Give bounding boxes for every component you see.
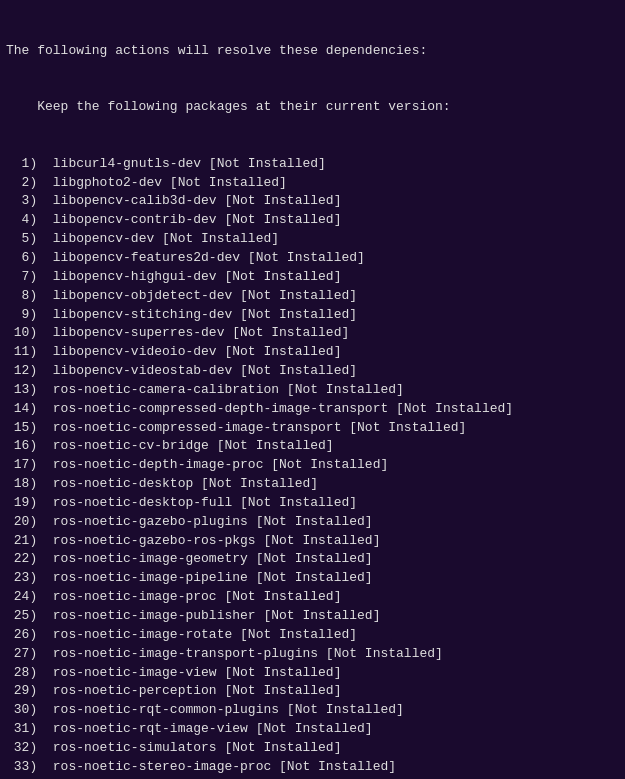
list-item: 24) ros-noetic-image-proc [Not Installed… (6, 588, 619, 607)
list-item: 9) libopencv-stitching-dev [Not Installe… (6, 306, 619, 325)
list-item: 4) libopencv-contrib-dev [Not Installed] (6, 211, 619, 230)
package-name: libopencv-calib3d-dev [Not Installed] (53, 192, 342, 211)
package-name: ros-noetic-rqt-image-view [Not Installed… (53, 720, 373, 739)
line-number: 2) (6, 174, 53, 193)
list-item: 22) ros-noetic-image-geometry [Not Insta… (6, 550, 619, 569)
package-name: libgphoto2-dev [Not Installed] (53, 174, 287, 193)
package-name: libopencv-videoio-dev [Not Installed] (53, 343, 342, 362)
package-name: ros-noetic-gazebo-ros-pkgs [Not Installe… (53, 532, 381, 551)
line-number: 7) (6, 268, 53, 287)
line-number: 1) (6, 155, 53, 174)
line-number: 28) (6, 664, 53, 683)
list-item: 8) libopencv-objdetect-dev [Not Installe… (6, 287, 619, 306)
list-item: 14) ros-noetic-compressed-depth-image-tr… (6, 400, 619, 419)
list-item: 2) libgphoto2-dev [Not Installed] (6, 174, 619, 193)
header-line: The following actions will resolve these… (6, 42, 619, 61)
package-name: libopencv-stitching-dev [Not Installed] (53, 306, 357, 325)
list-item: 26) ros-noetic-image-rotate [Not Install… (6, 626, 619, 645)
list-item: 29) ros-noetic-perception [Not Installed… (6, 682, 619, 701)
line-number: 26) (6, 626, 53, 645)
list-item: 16) ros-noetic-cv-bridge [Not Installed] (6, 437, 619, 456)
list-item: 6) libopencv-features2d-dev [Not Install… (6, 249, 619, 268)
line-number: 3) (6, 192, 53, 211)
line-number: 17) (6, 456, 53, 475)
line-number: 29) (6, 682, 53, 701)
line-number: 10) (6, 324, 53, 343)
keep-line: Keep the following packages at their cur… (6, 98, 619, 117)
package-name: ros-noetic-cv-bridge [Not Installed] (53, 437, 334, 456)
package-name: libopencv-features2d-dev [Not Installed] (53, 249, 365, 268)
list-item: 5) libopencv-dev [Not Installed] (6, 230, 619, 249)
package-name: ros-noetic-gazebo-plugins [Not Installed… (53, 513, 373, 532)
line-number: 14) (6, 400, 53, 419)
package-name: ros-noetic-image-view [Not Installed] (53, 664, 342, 683)
package-name: ros-noetic-image-transport-plugins [Not … (53, 645, 443, 664)
line-number: 11) (6, 343, 53, 362)
line-number: 13) (6, 381, 53, 400)
package-name: ros-noetic-perception [Not Installed] (53, 682, 342, 701)
package-name: libopencv-dev [Not Installed] (53, 230, 279, 249)
package-name: libcurl4-gnutls-dev [Not Installed] (53, 155, 326, 174)
package-name: ros-noetic-image-pipeline [Not Installed… (53, 569, 373, 588)
list-item: 32) ros-noetic-simulators [Not Installed… (6, 739, 619, 758)
line-number: 5) (6, 230, 53, 249)
package-name: libopencv-contrib-dev [Not Installed] (53, 211, 342, 230)
list-item: 27) ros-noetic-image-transport-plugins [… (6, 645, 619, 664)
list-item: 13) ros-noetic-camera-calibration [Not I… (6, 381, 619, 400)
line-number: 6) (6, 249, 53, 268)
line-number: 31) (6, 720, 53, 739)
list-item: 11) libopencv-videoio-dev [Not Installed… (6, 343, 619, 362)
package-name: ros-noetic-compressed-depth-image-transp… (53, 400, 513, 419)
list-item: 17) ros-noetic-depth-image-proc [Not Ins… (6, 456, 619, 475)
line-number: 4) (6, 211, 53, 230)
list-item: 15) ros-noetic-compressed-image-transpor… (6, 419, 619, 438)
list-item: 20) ros-noetic-gazebo-plugins [Not Insta… (6, 513, 619, 532)
line-number: 32) (6, 739, 53, 758)
line-number: 24) (6, 588, 53, 607)
list-item: 33) ros-noetic-stereo-image-proc [Not In… (6, 758, 619, 777)
package-name: ros-noetic-image-geometry [Not Installed… (53, 550, 373, 569)
list-item: 30) ros-noetic-rqt-common-plugins [Not I… (6, 701, 619, 720)
list-item: 12) libopencv-videostab-dev [Not Install… (6, 362, 619, 381)
list-item: 23) ros-noetic-image-pipeline [Not Insta… (6, 569, 619, 588)
package-name: libopencv-highgui-dev [Not Installed] (53, 268, 342, 287)
line-number: 23) (6, 569, 53, 588)
list-item: 18) ros-noetic-desktop [Not Installed] (6, 475, 619, 494)
list-item: 31) ros-noetic-rqt-image-view [Not Insta… (6, 720, 619, 739)
package-name: ros-noetic-camera-calibration [Not Insta… (53, 381, 404, 400)
list-item: 10) libopencv-superres-dev [Not Installe… (6, 324, 619, 343)
list-item: 25) ros-noetic-image-publisher [Not Inst… (6, 607, 619, 626)
packages-list: 1) libcurl4-gnutls-dev [Not Installed] 2… (6, 155, 619, 779)
list-item: 7) libopencv-highgui-dev [Not Installed] (6, 268, 619, 287)
package-name: ros-noetic-stereo-image-proc [Not Instal… (53, 758, 396, 777)
line-number: 18) (6, 475, 53, 494)
package-name: ros-noetic-rqt-common-plugins [Not Insta… (53, 701, 404, 720)
package-name: ros-noetic-image-rotate [Not Installed] (53, 626, 357, 645)
line-number: 19) (6, 494, 53, 513)
package-name: ros-noetic-compressed-image-transport [N… (53, 419, 466, 438)
line-number: 22) (6, 550, 53, 569)
package-name: libopencv-videostab-dev [Not Installed] (53, 362, 357, 381)
package-name: ros-noetic-desktop-full [Not Installed] (53, 494, 357, 513)
package-name: libopencv-objdetect-dev [Not Installed] (53, 287, 357, 306)
package-name: ros-noetic-simulators [Not Installed] (53, 739, 342, 758)
package-name: libopencv-superres-dev [Not Installed] (53, 324, 349, 343)
package-name: ros-noetic-desktop [Not Installed] (53, 475, 318, 494)
line-number: 33) (6, 758, 53, 777)
package-name: ros-noetic-depth-image-proc [Not Install… (53, 456, 388, 475)
line-number: 8) (6, 287, 53, 306)
line-number: 12) (6, 362, 53, 381)
list-item: 19) ros-noetic-desktop-full [Not Install… (6, 494, 619, 513)
list-item: 21) ros-noetic-gazebo-ros-pkgs [Not Inst… (6, 532, 619, 551)
package-name: ros-noetic-image-publisher [Not Installe… (53, 607, 381, 626)
list-item: 3) libopencv-calib3d-dev [Not Installed] (6, 192, 619, 211)
line-number: 27) (6, 645, 53, 664)
line-number: 21) (6, 532, 53, 551)
list-item: 1) libcurl4-gnutls-dev [Not Installed] (6, 155, 619, 174)
line-number: 20) (6, 513, 53, 532)
line-number: 16) (6, 437, 53, 456)
terminal: The following actions will resolve these… (6, 4, 619, 779)
line-number: 9) (6, 306, 53, 325)
list-item: 28) ros-noetic-image-view [Not Installed… (6, 664, 619, 683)
line-number: 25) (6, 607, 53, 626)
